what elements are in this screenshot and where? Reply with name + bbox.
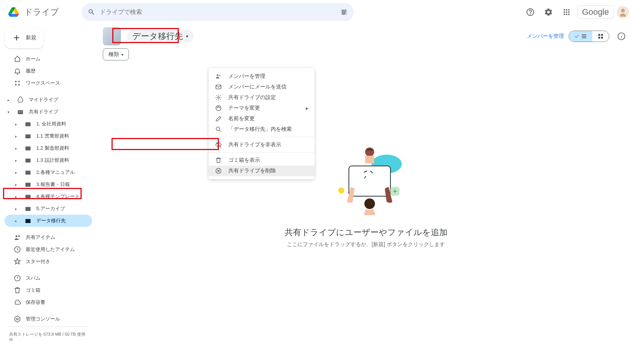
sidebar: 新規 ホーム 履歴 ワークスペース ▸ マイドライブ ▾ 共有ドライブ ▸1. …: [0, 24, 97, 364]
nav-label: 5.アーカイブ: [36, 205, 65, 212]
sidebar-drive-item[interactable]: ▸2.各種マニュアル: [5, 166, 92, 178]
nav-shared-with-me[interactable]: 共有アイテム: [5, 231, 92, 243]
nav-label: ゴミ箱: [26, 287, 40, 294]
empty-subtitle: ここにファイルをドラッグするか、[新規] ボタンをクリックします: [252, 241, 479, 248]
manage-members-link[interactable]: メンバーを管理: [527, 33, 564, 40]
svg-rect-6: [18, 110, 23, 115]
chevron-right-icon: ▸: [15, 170, 20, 175]
menu-delete-drive[interactable]: 共有ドライブを削除: [209, 166, 314, 176]
workspace-icon: [14, 79, 21, 87]
chevron-right-icon: ▸: [15, 134, 20, 138]
filter-type-chip[interactable]: 種類 ▾: [103, 48, 129, 60]
menu-label: メンバーを管理: [228, 73, 265, 80]
svg-point-7: [19, 112, 20, 112]
sidebar-drive-item[interactable]: ▸1.3 設計部資料: [5, 154, 92, 166]
chevron-right-icon: ▸: [15, 219, 20, 223]
sidebar-drive-item[interactable]: ▸4.各種テンプレート: [5, 191, 92, 203]
home-icon: [14, 55, 21, 63]
svg-rect-11: [25, 147, 31, 151]
menu-hide-drive[interactable]: 共有ドライブを非表示: [209, 139, 314, 150]
nav-label: 共有ドライブ: [29, 108, 58, 115]
nav-storage[interactable]: 保存容量: [5, 296, 92, 308]
svg-rect-14: [25, 183, 31, 187]
nav-starred[interactable]: スター付き: [5, 256, 92, 268]
clock-icon: [14, 246, 21, 253]
main-content: データ移行先 ▾ メンバーを管理 種類 ▾: [97, 24, 635, 364]
new-button[interactable]: 新規: [5, 27, 44, 48]
nav-workspace[interactable]: ワークスペース: [5, 77, 92, 89]
search-icon: [88, 8, 95, 16]
google-logo[interactable]: Google: [577, 5, 614, 19]
grid-view-button[interactable]: [592, 31, 609, 42]
nav-label: 1.2 製造部資料: [36, 145, 69, 152]
settings-icon[interactable]: [541, 5, 556, 20]
nav-label: スター付き: [26, 258, 50, 265]
my-drive-icon: [17, 96, 24, 103]
svg-point-39: [218, 97, 220, 99]
svg-rect-12: [25, 159, 31, 163]
list-view-button[interactable]: [569, 31, 592, 42]
search-options-icon[interactable]: [340, 8, 348, 16]
header-actions: Google: [523, 5, 629, 20]
nav-label: 3.報告書・日報: [36, 181, 70, 188]
bell-icon: [14, 67, 21, 75]
chevron-right-icon: ▸: [8, 98, 12, 102]
nav-label: マイドライブ: [29, 96, 58, 103]
spam-icon: [14, 274, 21, 282]
chevron-right-icon: ▸: [15, 207, 20, 211]
people-icon: [215, 73, 222, 80]
info-icon[interactable]: [614, 29, 629, 44]
svg-point-33: [364, 198, 375, 209]
svg-point-36: [217, 74, 219, 76]
nav-admin-console[interactable]: 管理コンソール: [5, 313, 92, 325]
help-icon[interactable]: [523, 5, 538, 20]
menu-label: 名前を変更: [228, 115, 255, 122]
nav-trash[interactable]: ゴミ箱: [5, 284, 92, 296]
chevron-right-icon: ▸: [15, 195, 20, 199]
nav-recent[interactable]: 最近使用したアイテム: [5, 243, 92, 256]
nav-label: ホーム: [26, 56, 40, 62]
sidebar-drive-item[interactable]: ▸1.2 製造部資料: [5, 142, 92, 154]
new-button-label: 新規: [26, 34, 36, 41]
drive-folder-icon: [24, 121, 32, 127]
menu-email-members[interactable]: メンバーにメールを送信: [209, 82, 314, 92]
nav-label: ワークスペース: [26, 80, 60, 87]
sidebar-drive-item[interactable]: ▸1.1 営業部資料: [5, 130, 92, 142]
svg-rect-13: [25, 171, 31, 175]
chevron-right-icon: ▸: [306, 105, 308, 111]
menu-view-trash[interactable]: ゴミ箱を表示: [209, 155, 314, 166]
search-icon: [215, 126, 222, 133]
nav-label: 共有アイテム: [26, 234, 55, 241]
menu-manage-members[interactable]: メンバーを管理: [209, 71, 314, 82]
logo[interactable]: ドライブ: [6, 5, 82, 20]
avatar[interactable]: [617, 6, 629, 18]
menu-rename[interactable]: 名前を変更: [209, 113, 314, 124]
svg-rect-15: [25, 195, 31, 199]
search-input[interactable]: [100, 9, 336, 15]
apps-icon[interactable]: [559, 5, 574, 20]
svg-rect-17: [25, 219, 31, 223]
search-bar[interactable]: [82, 3, 354, 21]
menu-change-theme[interactable]: テーマを変更▸: [209, 103, 314, 113]
breadcrumb-dropdown[interactable]: データ移行先 ▾: [127, 30, 194, 43]
svg-point-3: [18, 81, 20, 82]
nav-shared-drives[interactable]: ▾ 共有ドライブ: [5, 106, 92, 118]
nav-my-drive[interactable]: ▸ マイドライブ: [5, 94, 92, 106]
sidebar-drive-item[interactable]: ▸3.報告書・日報: [5, 178, 92, 191]
chevron-right-icon: ▸: [15, 158, 20, 163]
shared-drive-icon: [17, 108, 24, 115]
sidebar-drive-item[interactable]: ▸1. 全社用資料: [5, 118, 92, 130]
menu-drive-settings[interactable]: 共有ドライブの設定: [209, 92, 314, 103]
sidebar-drive-item-selected[interactable]: ▸データ移行先: [5, 215, 92, 227]
nav-label: 履歴: [26, 68, 36, 74]
menu-search-in-drive[interactable]: 「データ移行先」内を検索: [209, 124, 314, 135]
svg-point-1: [621, 9, 625, 12]
svg-rect-10: [25, 135, 31, 139]
svg-point-18: [15, 235, 17, 237]
sidebar-drive-item[interactable]: ▸5.アーカイブ: [5, 203, 92, 215]
nav-activity[interactable]: 履歴: [5, 65, 92, 77]
svg-point-44: [216, 127, 220, 130]
nav-home[interactable]: ホーム: [5, 53, 92, 65]
chevron-down-icon: ▾: [121, 53, 123, 57]
nav-spam[interactable]: スパム: [5, 272, 92, 284]
